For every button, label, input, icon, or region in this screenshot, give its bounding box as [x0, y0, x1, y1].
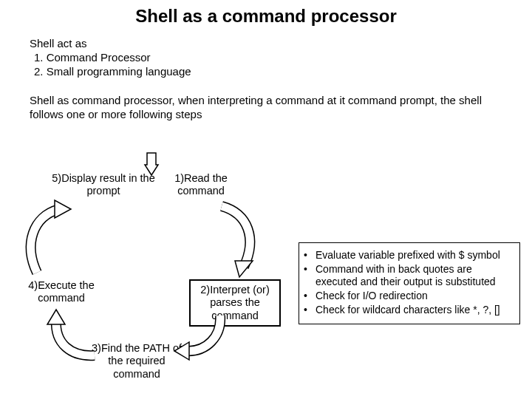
intro-list: 1. Command Processor 2. Small programmin… — [34, 51, 532, 78]
page-title: Shell as a command processor — [0, 6, 532, 27]
step-1: 1)Read the command — [166, 172, 236, 198]
svg-marker-2 — [47, 310, 65, 324]
bullet-icon: • — [304, 249, 316, 262]
arrow-curved-icon — [174, 314, 233, 366]
arrow-curved-icon — [25, 203, 77, 277]
intro-item: 1. Command Processor — [34, 51, 532, 64]
bullet-item: • Command with in back quotes are execut… — [304, 263, 514, 288]
intro-lead: Shell act as — [30, 37, 532, 50]
bullet-icon: • — [304, 290, 316, 302]
bullet-item: • Check for wildcard characters like *, … — [304, 304, 514, 316]
interpret-details-box: • Evaluate variable prefixed with $ symb… — [299, 242, 520, 324]
svg-marker-0 — [235, 261, 253, 277]
bullet-icon: • — [304, 304, 316, 316]
bullet-item: • Check for I/O redirection — [304, 290, 514, 302]
step-5: 5)Display result in the prompt — [52, 172, 155, 198]
bullet-text: Evaluate variable prefixed with $ symbol — [316, 249, 500, 262]
bullet-icon: • — [304, 263, 316, 288]
bullet-text: Check for I/O redirection — [316, 290, 428, 302]
arrow-down-icon — [145, 151, 167, 177]
svg-marker-3 — [55, 200, 71, 218]
arrow-curved-icon — [214, 203, 266, 277]
cycle-diagram: 5)Display result in the prompt 1)Read th… — [0, 151, 310, 395]
bullet-item: • Evaluate variable prefixed with $ symb… — [304, 249, 514, 262]
svg-marker-1 — [174, 342, 189, 360]
intro-paragraph: Shell as command processor, when interpr… — [30, 94, 502, 122]
bullet-text: Check for wildcard characters like *, ?,… — [316, 304, 500, 316]
bullet-text: Command with in back quotes are executed… — [316, 263, 514, 288]
step-4: 4)Execute the command — [21, 279, 102, 305]
intro-item: 2. Small programming language — [34, 65, 532, 78]
arrow-curved-icon — [46, 311, 105, 366]
